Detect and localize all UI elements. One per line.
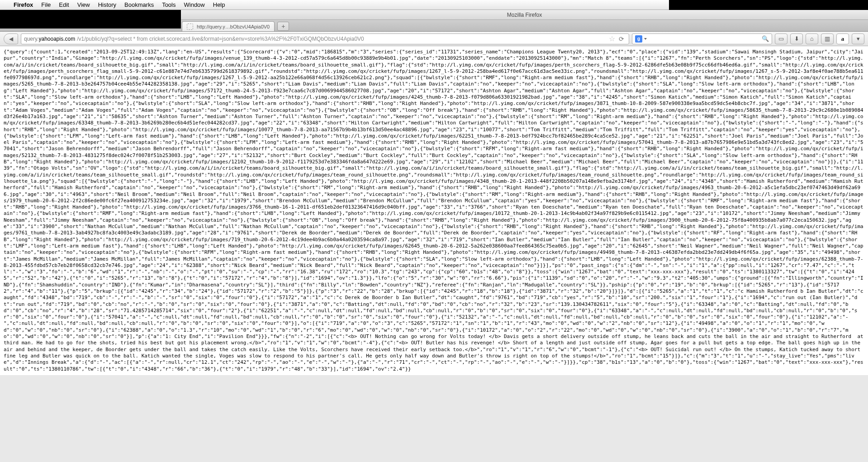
window-title: Mozilla Firefox — [181, 10, 868, 20]
pocket-button[interactable]: ▭ — [775, 33, 787, 44]
url-host: query.yahooapis.com — [24, 36, 75, 42]
redacted-region — [669, 0, 868, 10]
menu-edit[interactable]: Edit — [59, 1, 69, 8]
menu-window[interactable]: Window — [184, 1, 205, 8]
menu-help[interactable]: Help — [213, 1, 225, 8]
search-icon[interactable]: 🔍 — [762, 35, 769, 42]
search-engine-icon[interactable]: g — [635, 35, 642, 43]
back-button[interactable]: ◀ — [4, 33, 18, 44]
menu-view[interactable]: View — [77, 1, 90, 8]
url-path: /v1/public/yql?q=select * from cricket.s… — [77, 36, 364, 42]
page-body-json[interactable]: {"query":{"count":1,"created":"2013-09-2… — [0, 46, 868, 375]
amazon-button[interactable]: a — [836, 33, 849, 44]
menu-history[interactable]: History — [98, 1, 116, 8]
tab-title: http://query.y…bObzvU4Apia0V0 — [197, 24, 270, 29]
app-menu[interactable]: Firefox — [14, 1, 33, 8]
address-bar[interactable]: query.yahooapis.com /v1/public/yql?q=sel… — [21, 33, 629, 44]
menu-file[interactable]: File — [41, 1, 51, 8]
menu-tools[interactable]: Tools — [162, 1, 175, 8]
bookmarks-button[interactable]: ▥ — [821, 33, 834, 44]
search-bar[interactable]: g 🔍 — [632, 33, 772, 44]
overflow-menu-button[interactable]: ▾ — [852, 33, 864, 44]
reload-icon[interactable]: ⟳ — [619, 35, 624, 43]
bookmark-star-icon[interactable]: ☆ — [609, 34, 615, 43]
home-button[interactable]: ⌂ — [806, 33, 818, 44]
browser-tab[interactable]: http://query.y…bObzvU4Apia0V0 — [182, 21, 275, 31]
browser-toolbar: ◀ query.yahooapis.com /v1/public/yql?q=s… — [0, 32, 868, 46]
menu-bookmarks[interactable]: Bookmarks — [124, 1, 154, 8]
page-favicon — [187, 24, 193, 30]
new-tab-button[interactable]: + — [277, 22, 289, 31]
downloads-button[interactable]: ⬇ — [790, 33, 803, 44]
redacted-region — [0, 10, 181, 29]
